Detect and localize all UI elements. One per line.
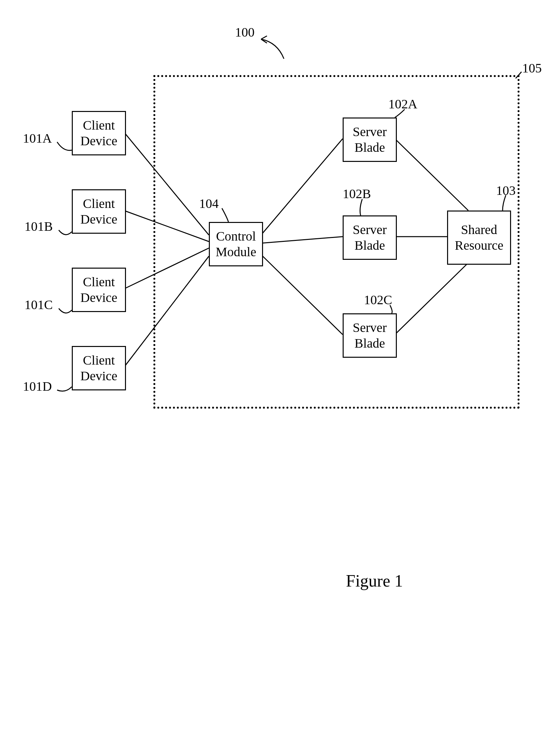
label-100: 100 [235, 24, 255, 40]
label-105: 105 [522, 60, 542, 76]
client-device-b-label: Client Device [80, 196, 117, 227]
server-blade-a: Server Blade [343, 118, 397, 162]
client-device-d: Client Device [72, 346, 126, 390]
client-device-b: Client Device [72, 189, 126, 234]
client-device-a: Client Device [72, 111, 126, 155]
server-blade-c: Server Blade [343, 313, 397, 358]
label-101b: 101B [24, 219, 53, 234]
client-device-c: Client Device [72, 267, 126, 312]
server-blade-b-label: Server Blade [353, 222, 387, 253]
label-101d: 101D [23, 379, 52, 394]
shared-resource: Shared Resource [447, 211, 511, 265]
label-102c: 102C [364, 292, 392, 308]
client-device-d-label: Client Device [80, 353, 117, 384]
client-device-c-label: Client Device [80, 274, 117, 305]
figure-caption: Figure 1 [346, 571, 403, 591]
label-101a: 101A [23, 131, 52, 146]
shared-resource-label: Shared Resource [455, 222, 503, 253]
label-102b: 102B [343, 186, 371, 201]
diagram-container: Client Device Client Device Client Devic… [13, 13, 547, 740]
control-module: Control Module [209, 222, 263, 266]
control-module-label: Control Module [216, 229, 256, 260]
server-blade-b: Server Blade [343, 215, 397, 260]
label-102a: 102A [388, 96, 417, 112]
label-104: 104 [199, 196, 219, 211]
label-101c: 101C [24, 297, 53, 312]
server-blade-a-label: Server Blade [353, 124, 387, 155]
label-103: 103 [496, 183, 516, 198]
server-blade-c-label: Server Blade [353, 320, 387, 351]
client-device-a-label: Client Device [80, 118, 117, 149]
